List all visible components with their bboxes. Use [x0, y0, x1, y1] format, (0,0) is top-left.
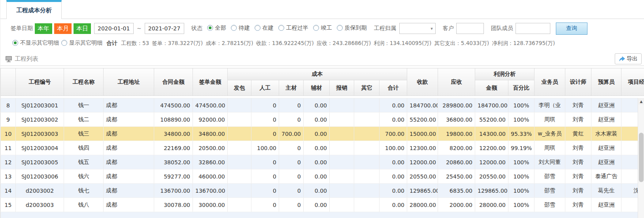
cell-sign[interactable]: 136700.00 — [193, 184, 228, 198]
cell-zhucai[interactable]: 0 — [279, 98, 304, 113]
quick-date-button[interactable]: 本年 — [35, 23, 52, 34]
table-row[interactable]: 14d2003002钱七成都136700.00136700.00000.000.… — [1, 184, 644, 198]
cell-code[interactable]: SJ012003001 — [16, 98, 64, 113]
table-row[interactable]: 8SJ012003001钱一成都474500.00474500.00000.00… — [1, 98, 644, 113]
status-radio[interactable]: 在建 — [255, 24, 274, 32]
status-radio[interactable]: 竣工 — [313, 24, 332, 32]
radio-icon — [207, 25, 213, 31]
table-row[interactable]: 15d2003003钱八成都30078.0030000.00000.000.00… — [1, 198, 644, 212]
table-row[interactable]: 11SJ012003004钱四成都22169.0020500.00100.000… — [1, 141, 644, 155]
cell-budget: 赵亚洲 — [591, 198, 621, 212]
cell-fucai[interactable]: 0.00 — [304, 169, 330, 184]
cell-zhucai[interactable]: 0 — [279, 184, 304, 198]
cell-fucai[interactable]: 0.00 — [304, 184, 330, 198]
cell-contract: 30078.00 — [154, 198, 193, 212]
ownership-select[interactable]: ▾ — [399, 23, 436, 34]
cell-sign[interactable]: 46000.00 — [193, 169, 228, 184]
table-row[interactable]: 13SJ012003006钱六成都59277.0046000.00000.000… — [1, 169, 644, 184]
col-header-code: 工程编号 — [16, 68, 64, 96]
detail-radio-label: 不显示其它明细 — [20, 39, 59, 47]
cell-sign[interactable]: 32860.00 — [193, 155, 228, 169]
status-radio[interactable]: 工程过半 — [278, 24, 308, 32]
cell-code[interactable]: SJ012003002 — [16, 113, 64, 127]
table-row[interactable]: 12SJ012003005钱五成都38052.0032860.00000.000… — [1, 155, 644, 169]
cell-rengong[interactable]: 0 — [251, 198, 279, 212]
cell-zhucai[interactable]: 0 — [279, 113, 304, 127]
status-radio[interactable]: 质保到期 — [337, 24, 367, 32]
cell-code[interactable]: SJ012003005 — [16, 155, 64, 169]
summary-stat: 工程数：53 — [121, 40, 149, 47]
cell-code[interactable]: SJ012003004 — [16, 141, 64, 155]
cell-rengong[interactable]: 100.00 — [251, 141, 279, 155]
cell-addr: 成都 — [104, 169, 154, 184]
cell-sign[interactable]: 92000.00 — [193, 113, 228, 127]
cell-rengong[interactable]: 0 — [251, 127, 279, 141]
cell-baoxiao — [330, 98, 354, 113]
cell-rengong[interactable]: 0 — [251, 98, 279, 113]
cell-rengong[interactable]: 0 — [251, 169, 279, 184]
cell-code[interactable]: SJ012003003 — [16, 127, 64, 141]
cell-fucai[interactable]: 0.00 — [304, 113, 330, 127]
cell-shoukuan[interactable]: 184700.00 — [407, 98, 438, 113]
cell-sign[interactable]: 30000.00 — [193, 198, 228, 212]
scroll-thumb[interactable] — [639, 133, 644, 182]
cell-shoukuan[interactable]: 55200.00 — [407, 113, 438, 127]
cell-zhucai[interactable]: 0 — [279, 169, 304, 184]
cell-fucai[interactable]: 0.00 — [304, 198, 330, 212]
cell-rengong[interactable]: 0 — [251, 184, 279, 198]
cell-zhucai[interactable]: 0 — [279, 141, 304, 155]
cell-heji: 700.00 — [380, 127, 407, 141]
cell-zhucai[interactable]: 0 — [279, 155, 304, 169]
cell-shoukuan[interactable]: 12300.00 — [407, 141, 438, 155]
engineering-cost-analysis-page: 工程成本分析 签单日期 本年本月本日 ~ 状态 全部待建在建工程过半竣工质保到期… — [0, 0, 644, 218]
cell-rengong[interactable]: 0 — [251, 155, 279, 169]
cell-zhucai[interactable]: 0 — [279, 198, 304, 212]
detail-radio[interactable]: 显示其它明细 — [61, 39, 102, 47]
cell-sales: 邵雪 — [534, 184, 565, 198]
cell-shoukuan[interactable]: 129865.00 — [407, 184, 438, 198]
cell-sign[interactable]: 474500.00 — [193, 98, 228, 113]
date-from-input[interactable] — [94, 23, 134, 34]
quick-date-button[interactable]: 本日 — [74, 23, 91, 34]
scroll-up-arrow-icon[interactable]: ▲ — [638, 98, 644, 105]
query-button[interactable]: 查询 — [556, 23, 587, 35]
cell-code[interactable]: SJ012003006 — [16, 169, 64, 184]
vertical-scrollbar[interactable]: ▲ — [638, 98, 644, 218]
cell-code[interactable]: d2003002 — [16, 184, 64, 198]
customer-input[interactable] — [456, 23, 484, 34]
status-radio[interactable]: 全部 — [207, 24, 226, 32]
radio-icon — [255, 25, 261, 31]
cell-shoukuan[interactable]: 15000.00 — [407, 127, 438, 141]
cell-qita — [354, 198, 380, 212]
ownership-label: 工程归属 — [374, 25, 396, 32]
cell-contract: 136700.00 — [154, 184, 193, 198]
cell-addr: 成都 — [104, 141, 154, 155]
cell-fucai[interactable]: 0.00 — [304, 155, 330, 169]
cell-shoukuan[interactable]: 12000.00 — [407, 155, 438, 169]
cell-sign[interactable]: 34800.00 — [193, 127, 228, 141]
export-button[interactable]: 导出 — [615, 53, 642, 64]
cell-profit: 129865.00 — [475, 184, 508, 198]
cell-code[interactable]: d2003003 — [16, 198, 64, 212]
cell-fucai[interactable]: 0.00 — [304, 127, 330, 141]
date-to-input[interactable] — [145, 23, 184, 34]
table-row[interactable]: 9SJ012003002钱二成都108890.0092000.00000.000… — [1, 113, 644, 127]
team-member-input[interactable] — [516, 23, 550, 34]
cell-sign[interactable]: 20500.00 — [193, 141, 228, 155]
cell-baoxiao — [330, 169, 354, 184]
cell-shoukuan[interactable]: 20550.00 — [407, 169, 438, 184]
cell-fabao — [228, 127, 251, 141]
cell-rengong[interactable]: 0 — [251, 113, 279, 127]
detail-radio[interactable]: 不显示其它明细 — [12, 39, 59, 47]
cell-zhucai[interactable]: 700.00 — [279, 127, 304, 141]
status-radio-label: 竣工 — [321, 24, 332, 32]
cell-fucai[interactable]: 0.00 — [304, 98, 330, 113]
col-header-yingshou: 应收 — [438, 68, 475, 96]
table-row[interactable]: 10SJ012003003钱三成都34800.0034800.000700.00… — [1, 127, 644, 141]
cell-shoukuan[interactable]: 28000.00 — [407, 198, 438, 212]
quick-date-button[interactable]: 本月 — [54, 23, 72, 34]
cell-yingshou: 20860.00 — [438, 155, 475, 169]
cell-fucai[interactable]: 0.00 — [304, 141, 330, 155]
status-radio[interactable]: 待建 — [231, 24, 250, 32]
tab-engineering-cost-analysis[interactable]: 工程成本分析 — [6, 0, 62, 19]
